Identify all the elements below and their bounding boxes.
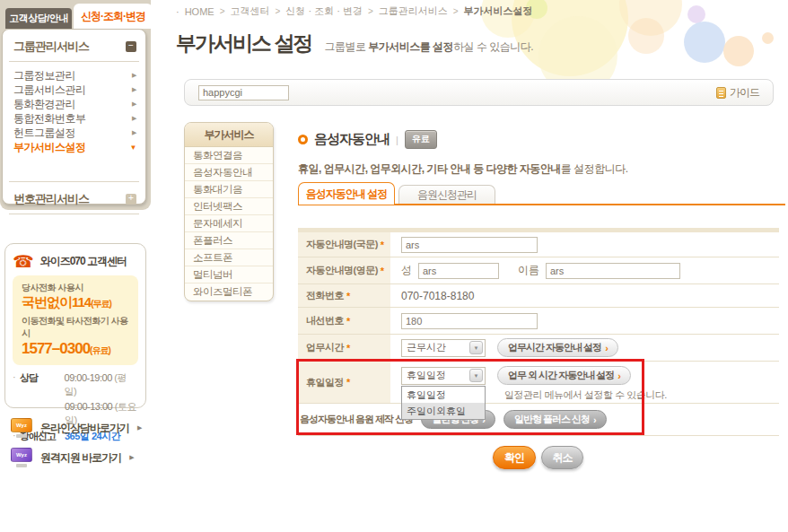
sidebar-item-group-info[interactable]: 그룹정보관리 ▶ <box>13 68 136 83</box>
sidebar-item-phonebook[interactable]: 통합전화번호부 ▶ <box>13 111 136 126</box>
plus-request-button[interactable]: 일반형 플러스 신청 › <box>503 410 607 429</box>
menu-item-multi-number[interactable]: 멀티넘버 <box>185 266 273 283</box>
arrow-icon: › <box>593 414 596 425</box>
guide-link[interactable]: 가이드 <box>716 85 759 100</box>
tab-sound-request[interactable]: 음원신청관리 <box>398 185 495 205</box>
table-row: 업무시간* 근무시간 ▼ 업무시간 자동안내 설정 › <box>298 335 779 362</box>
breadcrumb-separator: > <box>368 6 373 16</box>
required-mark: * <box>381 240 384 250</box>
select-value: 근무시간 <box>402 341 469 354</box>
lastname-input[interactable] <box>418 263 499 279</box>
menu-item-internet-fax[interactable]: 인터넷팩스 <box>185 198 273 215</box>
tab-apply-inquiry-change[interactable]: 신청·조회·변경 <box>74 4 153 29</box>
menu-item-waiting-tone[interactable]: 통화대기음 <box>185 181 273 198</box>
section-title: 음성자동안내 <box>314 131 390 148</box>
breadcrumb-customer-center[interactable]: 고객센터 <box>231 4 270 18</box>
paid-badge: 유료 <box>405 130 437 149</box>
offtime-setting-button[interactable]: 업무 외 시간 자동안내 설정 › <box>497 366 631 385</box>
chevron-right-icon: ▶ <box>129 454 134 461</box>
menu-item-softphone[interactable]: 소프트폰 <box>185 249 273 266</box>
group-select-bar: 가이드 <box>184 79 774 106</box>
guide-book-icon <box>716 87 726 99</box>
extension-input[interactable] <box>401 313 538 329</box>
callcenter-box: ☎ 와이즈070 고객센터 당사전화 사용시 국번없이114(무료) 이동전화및… <box>4 243 146 408</box>
firstname-input[interactable] <box>546 263 680 279</box>
sidebar-item-addon-service[interactable]: 부가서비스설정 ▼ <box>13 140 136 154</box>
arrow-icon: › <box>605 343 608 353</box>
collapse-icon[interactable]: − <box>126 41 136 52</box>
menu-item-voice-guide[interactable]: 음성자동안내 <box>185 164 273 181</box>
callcenter-number-1577: 1577–0300(유료) <box>22 340 129 358</box>
chevron-right-icon: ▶ <box>132 115 136 122</box>
remote-support-shortcut[interactable]: Wyz 원격지원 바로가기 ▶ <box>11 448 135 467</box>
work-time-select[interactable]: 근무시간 ▼ <box>401 339 486 357</box>
menu-item-sms[interactable]: 문자메세지 <box>185 215 273 232</box>
field-label: 자동안내명(영문) <box>306 264 378 277</box>
select-arrow-icon: ▼ <box>469 369 483 382</box>
decor-circle <box>628 18 664 54</box>
tab-voice-guide-setting[interactable]: 음성자동안내 설정 <box>298 182 395 205</box>
menu-item-ring-tone[interactable]: 통화연결음 <box>185 147 273 164</box>
decor-circle <box>684 22 725 63</box>
breadcrumb-current: 부가서비스설정 <box>464 4 533 18</box>
sidebar-item-label: 헌트그룹설정 <box>13 126 75 141</box>
confirm-button[interactable]: 확인 <box>493 446 536 469</box>
button-label: 업무 외 시간 자동안내 설정 <box>508 369 614 382</box>
dot-icon: · <box>13 371 20 398</box>
tab-customer-support[interactable]: 고객상담/안내 <box>5 8 72 29</box>
table-row: 자동안내명(국문)* <box>298 232 779 257</box>
voice-guide-form: 자동안내명(국문)* 자동안내명(영문)* 성 이름 전화번호* 070-701… <box>298 228 779 436</box>
expand-icon[interactable]: + <box>126 194 136 205</box>
required-mark: * <box>346 343 350 353</box>
menu-item-wise-multiphone[interactable]: 와이즈멀티폰 <box>185 283 273 301</box>
sidebar-item-hunt-group[interactable]: 헌트그룹설정 ▶ <box>13 126 136 140</box>
table-row: 전화번호* 070-7018-8180 <box>298 284 779 308</box>
page-title: 부가서비스 설정 <box>176 30 311 57</box>
monitor-purple-icon: Wyz <box>11 448 32 467</box>
work-time-setting-button[interactable]: 업무시간 자동안내 설정 › <box>497 338 618 357</box>
consult-time1: 09:00-19:00 (평일) <box>65 371 138 398</box>
sidebar-item-label: 그룹서비스관리 <box>13 83 86 98</box>
breadcrumb-group-service[interactable]: 그룹관리서비스 <box>379 4 448 18</box>
sidebar-item-group-service[interactable]: 그룹서비스관리 ▶ <box>13 83 136 97</box>
breadcrumb-apply[interactable]: 신청 · 조회 · 변경 <box>285 4 363 18</box>
lastname-label: 성 <box>401 263 412 278</box>
group-name-input[interactable] <box>198 85 289 100</box>
button-label: 일반형 플러스 신청 <box>514 413 590 426</box>
chevron-right-icon: ▶ <box>132 72 136 79</box>
chevron-right-icon: ▶ <box>137 424 142 432</box>
select-arrow-icon: ▼ <box>469 341 483 354</box>
dot-icon: · <box>176 6 179 17</box>
breadcrumb-separator: > <box>453 6 459 16</box>
page-subtitle: 그룹별로 부가서비스를 설정하실 수 있습니다. <box>324 39 533 57</box>
dropdown-option-non-week-holiday[interactable]: 주일이외휴일 <box>402 403 485 419</box>
callcenter-numbers: 당사전화 사용시 국번없이114(무료) 이동전화및 타사전화기 사용시 157… <box>13 275 138 365</box>
breadcrumb: · HOME > 고객센터 > 신청 · 조회 · 변경 > 그룹관리서비스 >… <box>176 4 533 18</box>
breadcrumb-separator: > <box>220 6 225 16</box>
shortcut-label: 원격지원 바로가기 <box>40 450 121 466</box>
cancel-button[interactable]: 취소 <box>541 446 583 469</box>
table-row: 휴일일정* 휴일일정 ▼ 업무 외 시간 자동안내 설정 › 일정관리 메뉴에서… <box>298 362 779 404</box>
online-consult-shortcut[interactable]: Wyz 온라인상담바로가기 ▶ <box>11 418 142 438</box>
phone-number-value: 070-7018-8180 <box>401 290 474 302</box>
menu-item-phone-plus[interactable]: 폰플러스 <box>185 232 273 249</box>
decor-circle <box>762 32 774 44</box>
breadcrumb-separator: > <box>276 6 281 16</box>
decor-circle <box>687 5 705 23</box>
dropdown-option-holiday[interactable]: 휴일일정 <box>402 387 485 403</box>
breadcrumb-home[interactable]: HOME <box>185 6 215 17</box>
sidebar-number-title[interactable]: 번호관리서비스 <box>13 191 89 207</box>
chevron-right-icon: ▶ <box>132 100 136 108</box>
guide-name-kr-input[interactable] <box>401 237 538 253</box>
addon-menu-title: 부가서비스 <box>185 123 273 147</box>
chevron-right-icon: ▶ <box>132 86 136 93</box>
section-bullet-icon <box>298 135 308 144</box>
chevron-right-icon: ▶ <box>132 129 136 136</box>
shortcut-label: 온라인상담바로가기 <box>40 421 129 436</box>
holiday-schedule-select[interactable]: 휴일일정 ▼ <box>401 367 486 385</box>
divider <box>9 214 139 214</box>
required-mark: * <box>346 291 350 301</box>
select-value: 휴일일정 <box>402 369 469 382</box>
section-description: 휴일, 업무시간, 업무외시간, 기타 안내 등 다양한 자동안내를 설정합니다… <box>298 161 628 177</box>
sidebar-item-call-env[interactable]: 통화환경관리 ▶ <box>13 97 136 111</box>
